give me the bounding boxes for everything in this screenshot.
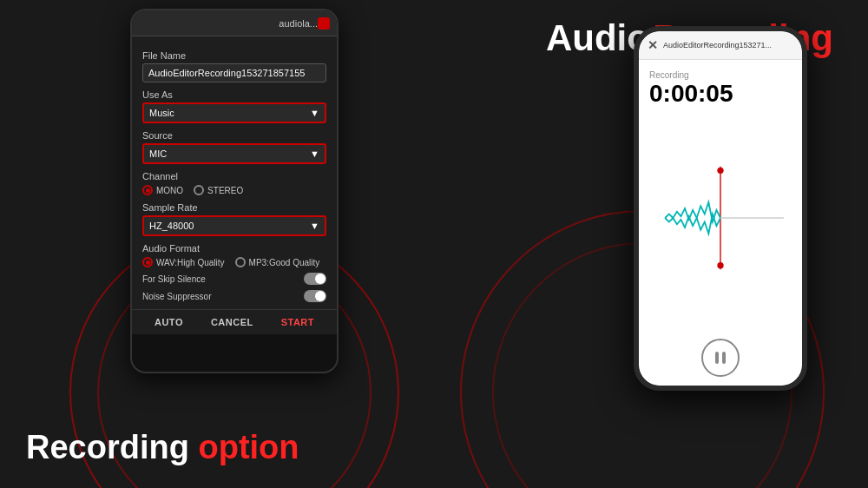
audio-format-wav-radio[interactable] (142, 257, 153, 267)
audio-format-wav-option[interactable]: WAV:High Quality (142, 257, 225, 267)
source-label: Source (142, 130, 326, 141)
use-as-dropdown[interactable]: Music ▼ (142, 102, 326, 123)
noise-suppressor-row: Noise Suppressor (142, 290, 326, 302)
channel-label: Channel (142, 171, 326, 181)
bottom-recording-text: Recording (26, 429, 189, 465)
recording-timer: 0:00:05 (649, 80, 792, 108)
cancel-button[interactable]: CANCEL (211, 317, 253, 327)
pause-bar-right (722, 352, 726, 364)
auto-button[interactable]: AUTO (155, 317, 183, 327)
use-as-arrow: ▼ (310, 108, 319, 118)
skip-silence-row: For Skip Silence (142, 273, 326, 285)
sample-rate-value: HZ_48000 (149, 221, 194, 231)
audio-format-mp3-option[interactable]: MP3:Good Quality (235, 257, 320, 267)
recording-footer (639, 330, 802, 386)
dialog-content: File Name AudioEditorRecording1532718571… (132, 36, 337, 309)
audio-format-radio-group: WAV:High Quality MP3:Good Quality (142, 257, 326, 267)
channel-mono-option[interactable]: MONO (142, 185, 183, 195)
audio-format-mp3-label: MP3:Good Quality (249, 258, 320, 267)
phone-left: audiola... File Name AudioEditorRecordin… (130, 9, 339, 373)
pause-icon (715, 352, 726, 364)
source-arrow: ▼ (310, 148, 319, 159)
skip-silence-toggle[interactable] (304, 273, 326, 285)
svg-point-2 (717, 262, 723, 268)
source-dropdown[interactable]: MIC ▼ (142, 143, 326, 164)
channel-radio-group: MONO STEREO (142, 185, 326, 195)
bottom-option-text: option (198, 429, 299, 465)
phone-right: ✕ AudioEditorRecording153271... Recordin… (634, 26, 807, 391)
start-button[interactable]: START (281, 317, 314, 327)
waveform-svg (649, 157, 792, 279)
noise-suppressor-label: Noise Suppressor (142, 292, 211, 301)
audio-format-mp3-radio[interactable] (235, 257, 246, 267)
waveform-container (649, 116, 792, 320)
audio-format-wav-label: WAV:High Quality (156, 258, 225, 267)
phone-right-inner: ✕ AudioEditorRecording153271... Recordin… (639, 31, 802, 386)
channel-mono-radio[interactable] (142, 185, 153, 195)
file-name-value: AudioEditorRecording153271857155 (142, 63, 326, 82)
sample-rate-arrow: ▼ (310, 221, 319, 231)
pause-button[interactable] (701, 339, 740, 377)
recording-status-label: Recording (649, 70, 792, 80)
svg-point-1 (717, 168, 723, 174)
use-as-value: Music (149, 108, 174, 118)
recording-file-title: AudioEditorRecording153271... (663, 41, 793, 49)
recording-close-icon[interactable]: ✕ (648, 38, 658, 52)
skip-silence-label: For Skip Silence (142, 274, 206, 284)
sample-rate-label: Sample Rate (142, 202, 326, 213)
channel-stereo-radio[interactable] (194, 185, 204, 195)
sample-rate-dropdown[interactable]: HZ_48000 ▼ (142, 215, 326, 236)
dialog-buttons: AUTO CANCEL START (132, 309, 337, 334)
channel-stereo-option[interactable]: STEREO (194, 185, 243, 195)
source-value: MIC (149, 148, 167, 159)
bottom-title: Recording option (26, 429, 299, 466)
close-btn-red[interactable] (318, 17, 330, 30)
noise-suppressor-knob (315, 291, 326, 301)
skip-silence-knob (315, 274, 326, 284)
channel-stereo-label: STEREO (207, 186, 243, 195)
use-as-label: Use As (142, 89, 326, 100)
phone-left-app-label: audiola... (279, 18, 318, 29)
pause-bar-left (715, 352, 719, 364)
file-name-label: File Name (142, 50, 326, 61)
recording-header: ✕ AudioEditorRecording153271... (639, 31, 802, 60)
recording-body: Recording 0:00:05 (639, 60, 802, 330)
audio-format-label: Audio Format (142, 243, 326, 254)
noise-suppressor-toggle[interactable] (304, 290, 326, 302)
phone-left-topbar: audiola... (132, 10, 337, 36)
channel-mono-label: MONO (156, 186, 183, 195)
